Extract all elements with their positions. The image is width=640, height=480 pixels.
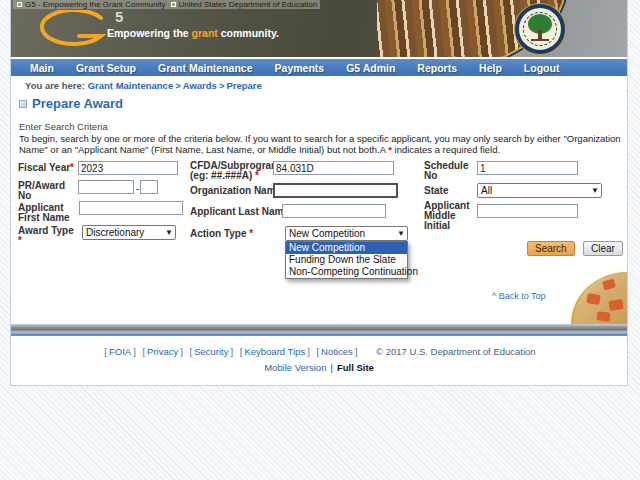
criteria-heading: Enter Search Criteria bbox=[19, 121, 108, 132]
breadcrumb: You are here: Grant Maintenance>Awards>P… bbox=[25, 80, 262, 91]
nav-reports[interactable]: Reports bbox=[406, 62, 468, 74]
back-to-top-link[interactable]: ^ Back to Top bbox=[492, 291, 546, 301]
fiscal-year-input[interactable] bbox=[78, 161, 178, 175]
g5-logo: 5 bbox=[39, 10, 111, 54]
pr-award-separator: - bbox=[136, 183, 139, 194]
applicant-middle-initial-label: ApplicantMiddleInitial bbox=[424, 201, 479, 231]
instructions: To begin, search by one or more of the c… bbox=[19, 134, 623, 155]
pr-award-no-input[interactable] bbox=[78, 180, 134, 194]
nav-help[interactable]: Help bbox=[468, 62, 513, 74]
footer-link-security[interactable]: Security bbox=[194, 346, 228, 357]
g5-logo-five: 5 bbox=[115, 8, 124, 25]
cfda-label: CFDA/Subprogram(eg: ##.###A) * bbox=[190, 161, 282, 181]
chevron-down-icon: ▼ bbox=[591, 184, 599, 197]
search-button[interactable]: Search bbox=[527, 241, 575, 256]
header-banner: 5 Empowering the grant community. G5 - E… bbox=[11, 0, 627, 57]
option-non-competing-continuation[interactable]: Non-Competing Continuation bbox=[286, 266, 407, 278]
schedule-no-input[interactable] bbox=[477, 161, 578, 175]
chevron-down-icon: ▼ bbox=[397, 227, 405, 240]
broken-image-icon bbox=[170, 1, 177, 8]
footer-divider bbox=[11, 334, 627, 336]
cfda-input[interactable] bbox=[273, 161, 394, 175]
applicant-first-name-input[interactable] bbox=[79, 201, 183, 215]
applicant-last-name-input[interactable] bbox=[282, 204, 386, 218]
applicant-middle-initial-input[interactable] bbox=[477, 204, 578, 218]
fiscal-year-label: Fiscal Year* bbox=[18, 163, 80, 173]
footer-mobile-row: Mobile Version|Full Site bbox=[11, 362, 627, 373]
nav-main[interactable]: Main bbox=[19, 62, 65, 74]
alt-tab-g5: G5 - Empowering the Grant Community bbox=[16, 0, 166, 9]
award-type-select[interactable]: Discretionary▼ bbox=[82, 225, 176, 240]
action-type-label: Action Type * bbox=[190, 229, 270, 239]
footer-link-notices[interactable]: Notices bbox=[321, 346, 353, 357]
page-title: Prepare Award bbox=[19, 96, 123, 111]
main-navbar: Main Grant Setup Grant Maintenance Payme… bbox=[11, 59, 627, 76]
footer-link-foia[interactable]: FOIA bbox=[109, 346, 131, 357]
bullet-icon bbox=[19, 100, 27, 108]
nav-grant-setup[interactable]: Grant Setup bbox=[65, 62, 147, 74]
classroom-corner-image bbox=[571, 272, 627, 324]
organization-name-input[interactable] bbox=[273, 183, 398, 198]
mobile-version-link[interactable]: Mobile Version bbox=[264, 362, 326, 373]
full-site-label: Full Site bbox=[337, 362, 374, 373]
state-label: State bbox=[424, 186, 464, 196]
breadcrumb-prepare[interactable]: Prepare bbox=[226, 80, 261, 91]
alt-tab-doe: United States Department of Education bbox=[170, 0, 318, 9]
nav-logout[interactable]: Logout bbox=[513, 62, 571, 74]
option-funding-down-the-slate[interactable]: Funding Down the Slate bbox=[286, 254, 407, 266]
education-seal bbox=[515, 4, 565, 54]
action-type-dropdown: New Competition Funding Down the Slate N… bbox=[285, 241, 408, 279]
breadcrumb-grant-maintenance[interactable]: Grant Maintenance bbox=[88, 80, 174, 91]
banner-tagline: Empowering the grant community. bbox=[107, 27, 279, 39]
footer-banner bbox=[11, 324, 627, 334]
pr-award-no-label: PR/AwardNo bbox=[18, 181, 73, 201]
breadcrumb-awards[interactable]: Awards bbox=[183, 80, 217, 91]
footer-link-keyboard-tips[interactable]: Keyboard Tips bbox=[244, 346, 305, 357]
alt-text-strip: G5 - Empowering the Grant Community Unit… bbox=[13, 0, 320, 9]
applicant-last-name-label: Applicant Last Name bbox=[190, 207, 295, 217]
nav-grant-maintenance[interactable]: Grant Maintenance bbox=[147, 62, 264, 74]
nav-payments[interactable]: Payments bbox=[264, 62, 336, 74]
pr-award-suffix-input[interactable] bbox=[140, 180, 158, 194]
schedule-no-label: ScheduleNo bbox=[424, 161, 479, 181]
applicant-first-name-label: ApplicantFirst Name bbox=[18, 203, 78, 223]
chevron-down-icon: ▼ bbox=[165, 226, 173, 239]
page-panel: 5 Empowering the grant community. G5 - E… bbox=[10, 0, 628, 386]
option-new-competition[interactable]: New Competition bbox=[286, 242, 407, 254]
nav-g5-admin[interactable]: G5 Admin bbox=[335, 62, 406, 74]
banner-photo bbox=[377, 0, 627, 57]
action-type-select[interactable]: New Competition▼ bbox=[285, 226, 408, 241]
broken-image-icon bbox=[16, 1, 23, 8]
award-type-label: Award Type* bbox=[18, 226, 82, 246]
state-select[interactable]: All▼ bbox=[477, 183, 602, 198]
breadcrumb-prefix: You are here: bbox=[25, 80, 85, 91]
copyright-text: © 2017 U.S. Department of Education bbox=[376, 346, 536, 357]
clear-button[interactable]: Clear bbox=[583, 241, 623, 256]
footer-links: [FOIA] [Privacy] [Security] [Keyboard Ti… bbox=[11, 346, 627, 357]
footer-link-privacy[interactable]: Privacy bbox=[147, 346, 178, 357]
